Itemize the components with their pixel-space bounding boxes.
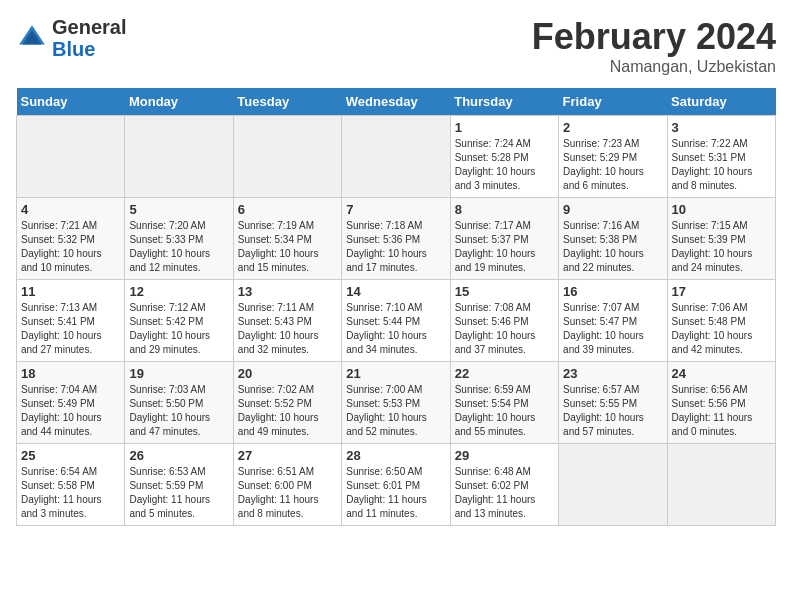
day-number: 16 bbox=[563, 284, 662, 299]
day-number: 4 bbox=[21, 202, 120, 217]
calendar-cell: 8Sunrise: 7:17 AMSunset: 5:37 PMDaylight… bbox=[450, 198, 558, 280]
day-number: 23 bbox=[563, 366, 662, 381]
day-number: 27 bbox=[238, 448, 337, 463]
day-info: Sunrise: 6:56 AMSunset: 5:56 PMDaylight:… bbox=[672, 383, 771, 439]
day-number: 18 bbox=[21, 366, 120, 381]
calendar-cell: 16Sunrise: 7:07 AMSunset: 5:47 PMDayligh… bbox=[559, 280, 667, 362]
weekday-header-sunday: Sunday bbox=[17, 88, 125, 116]
weekday-header-thursday: Thursday bbox=[450, 88, 558, 116]
calendar-cell: 4Sunrise: 7:21 AMSunset: 5:32 PMDaylight… bbox=[17, 198, 125, 280]
calendar-cell: 24Sunrise: 6:56 AMSunset: 5:56 PMDayligh… bbox=[667, 362, 775, 444]
day-info: Sunrise: 7:03 AMSunset: 5:50 PMDaylight:… bbox=[129, 383, 228, 439]
calendar-cell: 26Sunrise: 6:53 AMSunset: 5:59 PMDayligh… bbox=[125, 444, 233, 526]
day-number: 21 bbox=[346, 366, 445, 381]
day-info: Sunrise: 7:12 AMSunset: 5:42 PMDaylight:… bbox=[129, 301, 228, 357]
calendar-cell: 18Sunrise: 7:04 AMSunset: 5:49 PMDayligh… bbox=[17, 362, 125, 444]
day-info: Sunrise: 6:53 AMSunset: 5:59 PMDaylight:… bbox=[129, 465, 228, 521]
day-info: Sunrise: 7:07 AMSunset: 5:47 PMDaylight:… bbox=[563, 301, 662, 357]
location-subtitle: Namangan, Uzbekistan bbox=[532, 58, 776, 76]
day-info: Sunrise: 7:00 AMSunset: 5:53 PMDaylight:… bbox=[346, 383, 445, 439]
day-info: Sunrise: 6:48 AMSunset: 6:02 PMDaylight:… bbox=[455, 465, 554, 521]
day-info: Sunrise: 7:24 AMSunset: 5:28 PMDaylight:… bbox=[455, 137, 554, 193]
day-info: Sunrise: 7:19 AMSunset: 5:34 PMDaylight:… bbox=[238, 219, 337, 275]
page-header: General Blue February 2024 Namangan, Uzb… bbox=[16, 16, 776, 76]
calendar-cell: 12Sunrise: 7:12 AMSunset: 5:42 PMDayligh… bbox=[125, 280, 233, 362]
calendar-cell: 17Sunrise: 7:06 AMSunset: 5:48 PMDayligh… bbox=[667, 280, 775, 362]
day-number: 6 bbox=[238, 202, 337, 217]
day-number: 15 bbox=[455, 284, 554, 299]
calendar-cell: 6Sunrise: 7:19 AMSunset: 5:34 PMDaylight… bbox=[233, 198, 341, 280]
month-title: February 2024 bbox=[532, 16, 776, 58]
day-info: Sunrise: 6:57 AMSunset: 5:55 PMDaylight:… bbox=[563, 383, 662, 439]
calendar-cell: 1Sunrise: 7:24 AMSunset: 5:28 PMDaylight… bbox=[450, 116, 558, 198]
calendar-cell: 28Sunrise: 6:50 AMSunset: 6:01 PMDayligh… bbox=[342, 444, 450, 526]
day-info: Sunrise: 7:02 AMSunset: 5:52 PMDaylight:… bbox=[238, 383, 337, 439]
logo-general-text: General bbox=[52, 16, 126, 38]
day-info: Sunrise: 7:18 AMSunset: 5:36 PMDaylight:… bbox=[346, 219, 445, 275]
day-number: 14 bbox=[346, 284, 445, 299]
calendar-cell: 13Sunrise: 7:11 AMSunset: 5:43 PMDayligh… bbox=[233, 280, 341, 362]
weekday-header-saturday: Saturday bbox=[667, 88, 775, 116]
calendar-week-row: 1Sunrise: 7:24 AMSunset: 5:28 PMDaylight… bbox=[17, 116, 776, 198]
day-info: Sunrise: 6:59 AMSunset: 5:54 PMDaylight:… bbox=[455, 383, 554, 439]
calendar-cell: 2Sunrise: 7:23 AMSunset: 5:29 PMDaylight… bbox=[559, 116, 667, 198]
day-info: Sunrise: 7:17 AMSunset: 5:37 PMDaylight:… bbox=[455, 219, 554, 275]
logo-icon bbox=[16, 22, 48, 54]
calendar-cell bbox=[667, 444, 775, 526]
day-info: Sunrise: 7:15 AMSunset: 5:39 PMDaylight:… bbox=[672, 219, 771, 275]
calendar-cell: 7Sunrise: 7:18 AMSunset: 5:36 PMDaylight… bbox=[342, 198, 450, 280]
day-info: Sunrise: 6:50 AMSunset: 6:01 PMDaylight:… bbox=[346, 465, 445, 521]
day-info: Sunrise: 7:23 AMSunset: 5:29 PMDaylight:… bbox=[563, 137, 662, 193]
day-number: 12 bbox=[129, 284, 228, 299]
title-block: February 2024 Namangan, Uzbekistan bbox=[532, 16, 776, 76]
calendar-week-row: 11Sunrise: 7:13 AMSunset: 5:41 PMDayligh… bbox=[17, 280, 776, 362]
day-info: Sunrise: 6:54 AMSunset: 5:58 PMDaylight:… bbox=[21, 465, 120, 521]
calendar-cell bbox=[233, 116, 341, 198]
day-number: 17 bbox=[672, 284, 771, 299]
calendar-table: SundayMondayTuesdayWednesdayThursdayFrid… bbox=[16, 88, 776, 526]
day-number: 7 bbox=[346, 202, 445, 217]
day-number: 29 bbox=[455, 448, 554, 463]
day-number: 9 bbox=[563, 202, 662, 217]
day-number: 10 bbox=[672, 202, 771, 217]
day-number: 11 bbox=[21, 284, 120, 299]
calendar-cell: 19Sunrise: 7:03 AMSunset: 5:50 PMDayligh… bbox=[125, 362, 233, 444]
day-info: Sunrise: 7:06 AMSunset: 5:48 PMDaylight:… bbox=[672, 301, 771, 357]
day-number: 22 bbox=[455, 366, 554, 381]
calendar-cell: 15Sunrise: 7:08 AMSunset: 5:46 PMDayligh… bbox=[450, 280, 558, 362]
day-number: 8 bbox=[455, 202, 554, 217]
calendar-week-row: 18Sunrise: 7:04 AMSunset: 5:49 PMDayligh… bbox=[17, 362, 776, 444]
day-info: Sunrise: 7:22 AMSunset: 5:31 PMDaylight:… bbox=[672, 137, 771, 193]
calendar-cell: 25Sunrise: 6:54 AMSunset: 5:58 PMDayligh… bbox=[17, 444, 125, 526]
day-info: Sunrise: 7:08 AMSunset: 5:46 PMDaylight:… bbox=[455, 301, 554, 357]
day-info: Sunrise: 7:20 AMSunset: 5:33 PMDaylight:… bbox=[129, 219, 228, 275]
day-number: 5 bbox=[129, 202, 228, 217]
logo: General Blue bbox=[16, 16, 126, 60]
calendar-cell: 22Sunrise: 6:59 AMSunset: 5:54 PMDayligh… bbox=[450, 362, 558, 444]
calendar-cell: 5Sunrise: 7:20 AMSunset: 5:33 PMDaylight… bbox=[125, 198, 233, 280]
calendar-cell: 9Sunrise: 7:16 AMSunset: 5:38 PMDaylight… bbox=[559, 198, 667, 280]
calendar-cell bbox=[125, 116, 233, 198]
day-number: 25 bbox=[21, 448, 120, 463]
calendar-week-row: 4Sunrise: 7:21 AMSunset: 5:32 PMDaylight… bbox=[17, 198, 776, 280]
calendar-cell: 21Sunrise: 7:00 AMSunset: 5:53 PMDayligh… bbox=[342, 362, 450, 444]
day-info: Sunrise: 7:11 AMSunset: 5:43 PMDaylight:… bbox=[238, 301, 337, 357]
day-number: 26 bbox=[129, 448, 228, 463]
day-number: 13 bbox=[238, 284, 337, 299]
calendar-cell: 27Sunrise: 6:51 AMSunset: 6:00 PMDayligh… bbox=[233, 444, 341, 526]
day-info: Sunrise: 7:13 AMSunset: 5:41 PMDaylight:… bbox=[21, 301, 120, 357]
calendar-cell: 10Sunrise: 7:15 AMSunset: 5:39 PMDayligh… bbox=[667, 198, 775, 280]
weekday-header-wednesday: Wednesday bbox=[342, 88, 450, 116]
calendar-cell bbox=[559, 444, 667, 526]
calendar-cell bbox=[342, 116, 450, 198]
day-info: Sunrise: 7:10 AMSunset: 5:44 PMDaylight:… bbox=[346, 301, 445, 357]
day-info: Sunrise: 7:21 AMSunset: 5:32 PMDaylight:… bbox=[21, 219, 120, 275]
calendar-cell: 14Sunrise: 7:10 AMSunset: 5:44 PMDayligh… bbox=[342, 280, 450, 362]
day-info: Sunrise: 7:04 AMSunset: 5:49 PMDaylight:… bbox=[21, 383, 120, 439]
calendar-week-row: 25Sunrise: 6:54 AMSunset: 5:58 PMDayligh… bbox=[17, 444, 776, 526]
calendar-cell: 23Sunrise: 6:57 AMSunset: 5:55 PMDayligh… bbox=[559, 362, 667, 444]
day-number: 1 bbox=[455, 120, 554, 135]
day-number: 28 bbox=[346, 448, 445, 463]
day-info: Sunrise: 7:16 AMSunset: 5:38 PMDaylight:… bbox=[563, 219, 662, 275]
calendar-cell: 29Sunrise: 6:48 AMSunset: 6:02 PMDayligh… bbox=[450, 444, 558, 526]
